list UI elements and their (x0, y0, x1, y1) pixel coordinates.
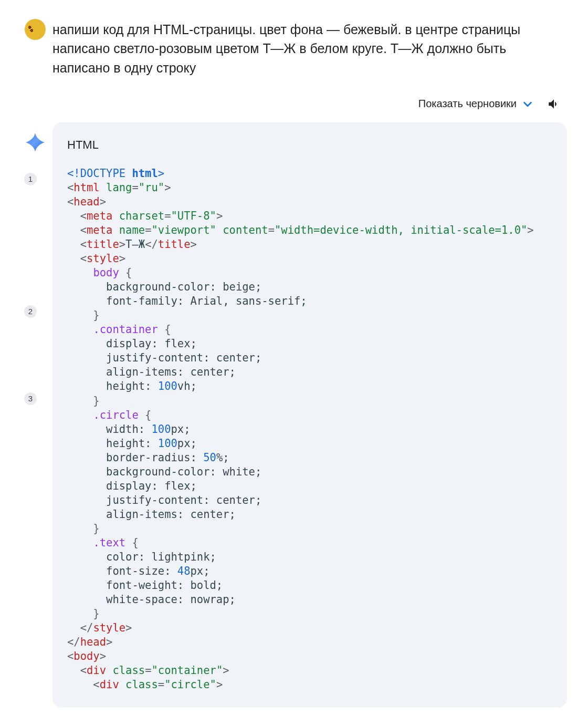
code-token: display: flex; (67, 337, 197, 350)
show-drafts-button[interactable]: Показать черновики (418, 98, 533, 110)
code-token: > (100, 650, 106, 662)
code-token: < (67, 181, 74, 194)
code-token: < (67, 195, 74, 208)
code-token: </ (67, 622, 93, 634)
code-token: head (80, 636, 106, 648)
user-prompt: напиши код для HTML-страницы. цвет фона … (52, 15, 567, 77)
code-token: > (216, 210, 223, 222)
code-token: justify-content: center; (67, 494, 261, 506)
code-token: background-color: white; (67, 465, 261, 478)
citation-badge[interactable]: 2 (24, 305, 37, 318)
code-token: { (139, 409, 152, 421)
code-token: <!DOCTYPE (67, 167, 132, 180)
code-token: 100 (158, 380, 177, 392)
code-token: > (125, 622, 132, 634)
code-token: < (67, 650, 74, 662)
code-token: < (67, 678, 100, 691)
user-message-row: напиши код для HTML-страницы. цвет фона … (18, 15, 567, 112)
code-token: < (67, 238, 87, 251)
code-token: title (158, 238, 191, 251)
code-token: px; (177, 437, 197, 450)
code-token: > (164, 181, 171, 194)
code-token: px; (191, 565, 210, 577)
avatar (25, 19, 46, 40)
code-token: style (93, 622, 125, 634)
code-token: font-size: (67, 565, 177, 577)
code-token: } (67, 309, 100, 322)
code-token: 100 (158, 437, 177, 450)
code-token: > (100, 195, 106, 208)
code-token: color: lightpink; (67, 551, 216, 563)
code-token (119, 678, 125, 691)
code-token (106, 664, 112, 677)
code-token: } (67, 395, 100, 407)
code-token: .circle (93, 409, 138, 421)
code-token: name (119, 224, 145, 236)
code-token: Т—Ж (125, 238, 145, 251)
code-token: > (527, 224, 533, 236)
code-token: align-items: center; (67, 366, 236, 378)
code-token: </ (145, 238, 158, 251)
code-token: px; (171, 423, 190, 436)
code-token (100, 181, 106, 194)
code-token: "width=device-width, initial-scale=1.0" (275, 224, 527, 236)
code-token: = (132, 181, 138, 194)
citation-badge[interactable]: 3 (24, 392, 37, 405)
code-token: meta (87, 210, 112, 222)
code-token: = (145, 224, 151, 236)
gemini-spark-icon (25, 132, 46, 153)
code-token: > (119, 252, 125, 265)
code-token: .container (93, 323, 158, 336)
code-token: = (164, 210, 171, 222)
code-token: { (158, 323, 171, 336)
code-token (67, 536, 93, 549)
code-token: head (74, 195, 99, 208)
code-block[interactable]: <!DOCTYPE html> <html lang="ru"> <head> … (52, 167, 567, 692)
code-token: < (67, 224, 87, 236)
speaker-icon[interactable] (546, 96, 562, 112)
code-token: %; (216, 451, 229, 464)
code-token: 48 (177, 565, 191, 577)
code-token: "UTF-8" (171, 210, 216, 222)
code-token (67, 409, 93, 421)
code-token: html (132, 167, 158, 180)
code-token: height: (67, 380, 158, 392)
code-token: </ (67, 636, 80, 648)
code-token: > (106, 636, 112, 648)
code-token (112, 210, 119, 222)
show-drafts-label: Показать черновики (418, 98, 517, 110)
code-token (112, 224, 119, 236)
code-token: display: flex; (67, 480, 197, 492)
code-token: > (223, 664, 229, 677)
code-token: background-color: beige; (67, 281, 261, 293)
code-token: = (145, 664, 151, 677)
code-token: height: (67, 437, 158, 450)
code-token: { (119, 266, 132, 279)
code-token: align-items: center; (67, 508, 236, 521)
code-token: font-weight: bold; (67, 579, 223, 592)
code-token: 50 (203, 451, 216, 464)
code-token (67, 266, 93, 279)
code-token: > (191, 238, 197, 251)
code-token: > (158, 167, 164, 180)
code-token: > (119, 238, 125, 251)
code-token: "viewport" (151, 224, 216, 236)
code-token: { (125, 536, 139, 549)
code-card: 1 2 3 HTML <!DOCTYPE html> <html lang="r… (52, 122, 567, 708)
chevron-down-icon (522, 98, 533, 110)
code-token: body (93, 266, 119, 279)
code-token: content (223, 224, 268, 236)
code-token: < (67, 252, 87, 265)
code-token: = (268, 224, 275, 236)
code-token: "ru" (139, 181, 164, 194)
code-token: border-radius: (67, 451, 203, 464)
code-token: lang (106, 181, 132, 194)
code-token: "container" (151, 664, 223, 677)
code-token: "circle" (164, 678, 216, 691)
code-token: vh; (177, 380, 197, 392)
code-token (67, 323, 93, 336)
code-token: } (67, 607, 100, 620)
citation-badge[interactable]: 1 (24, 173, 37, 185)
code-token: .text (93, 536, 125, 549)
code-token: justify-content: center; (67, 351, 261, 364)
